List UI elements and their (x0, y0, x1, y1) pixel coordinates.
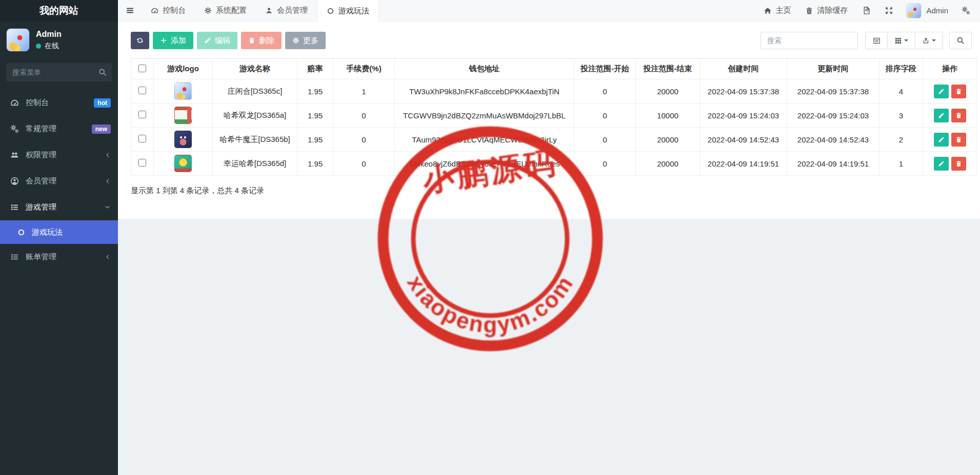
sidebar-item-bills[interactable]: 账单管理 (0, 244, 118, 270)
home-icon (764, 7, 772, 15)
trash-icon (805, 7, 813, 15)
td-bet-end: 20000 (636, 79, 700, 104)
td-game-name: 幸运哈希[DS365d] (213, 152, 297, 176)
row-delete-button[interactable] (951, 157, 966, 171)
row-delete-button[interactable] (951, 85, 966, 98)
settings-button[interactable] (955, 0, 976, 22)
row-checkbox[interactable] (138, 135, 146, 142)
row-edit-button[interactable] (934, 133, 949, 147)
dashboard-icon (10, 98, 19, 107)
pencil-icon (204, 37, 211, 44)
td-odds: 1.95 (297, 128, 333, 152)
row-edit-button[interactable] (934, 157, 949, 171)
th-select-all (131, 59, 154, 79)
export-button[interactable] (915, 32, 943, 49)
sidebar-item-general[interactable]: 常规管理 new (0, 116, 118, 142)
sidebar-item-members[interactable]: 会员管理 (0, 168, 118, 194)
refresh-button[interactable] (131, 32, 149, 49)
th-bet-end[interactable]: 投注范围-结束 (636, 59, 700, 79)
td-operations (923, 104, 977, 128)
td-operations (923, 128, 977, 152)
trash-icon (955, 160, 962, 167)
th-updated[interactable]: 更新时间 (787, 59, 879, 79)
sidebar-item-games[interactable]: 游戏管理 (0, 194, 118, 220)
sidebar-item-auth[interactable]: 权限管理 (0, 142, 118, 168)
edit-button[interactable]: 编辑 (197, 32, 237, 49)
trash-icon (955, 112, 962, 119)
row-delete-button[interactable] (951, 133, 966, 147)
row-checkbox[interactable] (138, 159, 146, 167)
hot-badge: hot (94, 98, 111, 108)
td-wallet: TAum92zpg7U1LCVtAqMECWBW3tc2irLy (395, 128, 574, 152)
delete-button[interactable]: 删除 (241, 32, 282, 49)
row-checkbox[interactable] (138, 111, 146, 118)
td-select (131, 152, 154, 176)
th-odds[interactable]: 赔率 (297, 59, 333, 79)
td-game-name: 哈希牛魔王[DS365b] (213, 128, 297, 152)
trash-icon (955, 88, 962, 95)
menu-search-input[interactable] (6, 63, 112, 81)
row-delete-button[interactable] (951, 109, 966, 122)
td-select (131, 104, 154, 128)
columns-button[interactable] (888, 32, 915, 49)
common-search-button[interactable] (865, 32, 888, 49)
td-weigh: 4 (879, 79, 923, 104)
tab-dashboard[interactable]: 控制台 (142, 0, 195, 21)
th-fee[interactable]: 手续费(%) (333, 59, 395, 79)
angle-left-icon (104, 254, 111, 260)
trash-icon (248, 37, 255, 44)
caret-down-icon (904, 39, 908, 42)
export-icon (922, 37, 930, 45)
sidebar-item-dashboard[interactable]: 控制台 hot (0, 90, 118, 116)
table-icon (873, 37, 881, 45)
row-edit-button[interactable] (934, 85, 949, 98)
avatar[interactable] (6, 28, 30, 52)
more-button[interactable]: 更多 (285, 32, 326, 49)
gears-icon (962, 6, 970, 15)
th-created[interactable]: 创建时间 (700, 59, 787, 79)
row-edit-button[interactable] (934, 109, 949, 122)
sidebar-item-game-play[interactable]: 游戏玩法 (0, 220, 118, 244)
search-submit-button[interactable] (949, 32, 972, 49)
row-checkbox[interactable] (138, 87, 146, 94)
gears-icon (10, 125, 19, 133)
td-select (131, 128, 154, 152)
content-panel: 添加 编辑 删除 更多 (118, 22, 980, 219)
select-all-checkbox[interactable] (138, 65, 146, 72)
td-created: 2022-04-09 14:52:43 (700, 128, 787, 152)
sidebar-toggle-button[interactable] (118, 0, 142, 21)
td-updated: 2022-04-09 14:52:43 (787, 128, 879, 152)
table-row: 哈希牛魔王[DS365b] 1.95 0 TAum92zpg7U1LCVtAqM… (131, 128, 977, 152)
td-weigh: 2 (879, 128, 923, 152)
record-summary: 显示第 1 到第 4 条记录，总共 4 条记录 (131, 186, 972, 196)
pencil-icon (938, 136, 945, 143)
fullscreen-button[interactable] (878, 0, 899, 22)
th-game-name[interactable]: 游戏名称 (213, 59, 297, 79)
td-fee: 0 (333, 128, 395, 152)
tab-game-play[interactable]: 游戏玩法 (317, 0, 379, 22)
user-menu[interactable]: Admin (901, 0, 953, 22)
users-icon (10, 151, 19, 159)
th-bet-start[interactable]: 投注范围-开始 (574, 59, 636, 79)
add-button[interactable]: 添加 (153, 32, 193, 49)
td-game-name: 庄闲合[DS365c] (213, 79, 297, 104)
td-bet-start: 0 (574, 104, 636, 128)
table-search-input[interactable] (761, 32, 858, 49)
tab-members[interactable]: 会员管理 (256, 0, 317, 21)
clear-cache-button[interactable]: 清除缓存 (799, 0, 854, 22)
game-logo (174, 131, 192, 148)
td-game-name: 哈希双龙[DS365a] (213, 104, 297, 128)
language-doc-icon (862, 6, 871, 15)
language-button[interactable] (856, 0, 876, 22)
th-game-logo[interactable]: 游戏logo (154, 59, 213, 79)
caret-down-icon (932, 39, 936, 42)
td-updated: 2022-04-09 15:24:03 (787, 104, 879, 128)
search-icon (956, 36, 965, 45)
td-bet-start: 0 (574, 152, 636, 176)
sidebar: 我的网站 Admin 在线 控制台 hot 常规管理 (0, 0, 118, 475)
th-wallet[interactable]: 钱包地址 (395, 59, 574, 79)
home-link[interactable]: 主页 (757, 0, 797, 22)
th-weigh[interactable]: 排序字段 (879, 59, 923, 79)
game-logo (174, 155, 192, 172)
tab-system-config[interactable]: 系统配置 (195, 0, 256, 21)
